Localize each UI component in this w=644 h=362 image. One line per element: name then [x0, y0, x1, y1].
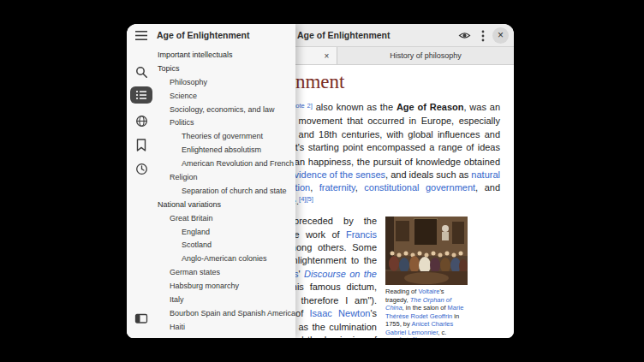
text-span: , — [355, 182, 365, 193]
eye-icon — [458, 31, 471, 40]
sidebar-rail — [127, 24, 155, 338]
toc-item[interactable]: Sociology, economics, and law — [155, 103, 295, 116]
text-span: Reading of — [385, 288, 418, 295]
languages-button[interactable] — [130, 110, 152, 131]
toc-item[interactable]: Topics — [155, 62, 295, 75]
toc-item[interactable]: Religion — [155, 170, 295, 184]
text-span: , in the salon of — [402, 304, 448, 312]
text-span: , and ideals such as — [385, 169, 471, 180]
search-button[interactable] — [130, 62, 152, 82]
toc-item[interactable]: Philosophy — [155, 75, 295, 89]
hamburger-icon — [135, 31, 147, 40]
toc-item[interactable]: Habsburg monarchy — [155, 279, 295, 293]
text-span: , and — [475, 182, 500, 193]
toc-title: Age of Enlightenment — [157, 30, 250, 40]
toc-item[interactable]: Haiti — [155, 320, 295, 334]
article-link[interactable]: Voltaire — [418, 288, 439, 295]
tab-history-of-philosophy[interactable]: History of philosophy — [337, 47, 514, 64]
window-title: Age of Enlightenment — [297, 30, 391, 40]
toc-panel: Age of Enlightenment Important intellect… — [155, 24, 295, 338]
article-link[interactable]: constitutional government — [364, 182, 475, 193]
toc-item[interactable]: German states — [155, 265, 295, 279]
toc-item[interactable]: National variations — [155, 198, 295, 211]
reference-link[interactable]: [note 1] — [400, 336, 417, 338]
tab-close-button[interactable]: × — [321, 50, 332, 62]
article-link[interactable]: Isaac Newton — [310, 308, 371, 318]
sidebar-toggle-button[interactable] — [130, 308, 152, 329]
toc-item[interactable]: Theories of government — [155, 129, 295, 143]
clock-icon — [135, 163, 148, 175]
text-span: Age of Reason — [397, 102, 464, 112]
toc-list: Important intellectualsTopicsPhilosophyS… — [155, 48, 295, 334]
toc-item[interactable]: Enlightened absolutism — [155, 143, 295, 157]
toc-item[interactable]: Scotland — [155, 238, 295, 252]
hamburger-menu-button[interactable] — [130, 25, 152, 45]
toc-item[interactable]: Science — [155, 89, 295, 103]
toc-item[interactable]: Politics — [155, 116, 295, 129]
figure-caption: Reading of Voltaire's tragedy, The Orpha… — [385, 288, 468, 338]
toc-item[interactable]: England — [155, 225, 295, 239]
main-menu-button[interactable] — [474, 27, 491, 44]
text-span: 's — [370, 308, 377, 318]
close-icon: × — [498, 30, 504, 40]
sidebar-panel-icon — [134, 312, 148, 325]
toc-item[interactable]: Separation of church and state — [155, 184, 295, 198]
list-icon — [135, 89, 147, 101]
history-button[interactable] — [130, 158, 152, 179]
toc-item[interactable]: Great Britain — [155, 211, 295, 225]
toc-item[interactable]: Anglo-American colonies — [155, 252, 295, 265]
globe-icon — [135, 115, 148, 128]
toc-item[interactable]: Italy — [155, 293, 295, 306]
toc-item[interactable]: Bourbon Spain and Spanish America — [155, 306, 295, 320]
article-figure: Reading of Voltaire's tragedy, The Orpha… — [385, 217, 468, 338]
tab-label: History of philosophy — [390, 51, 462, 60]
text-span: , — [310, 182, 319, 193]
bookmarks-button[interactable] — [130, 134, 152, 155]
toc-item[interactable]: American Revolution and French Revolutio… — [155, 157, 295, 170]
search-icon — [135, 66, 148, 79]
toc-item[interactable]: Important intellectuals — [155, 48, 295, 62]
toc-sidebar: Age of Enlightenment Important intellect… — [127, 24, 295, 338]
kebab-menu-icon — [481, 30, 485, 42]
reference-link[interactable]: [4][5] — [299, 195, 313, 203]
toc-button[interactable] — [130, 86, 152, 104]
close-window-button[interactable]: × — [492, 27, 509, 44]
bookmark-icon — [136, 139, 146, 151]
article-link[interactable]: fraternity — [319, 182, 355, 193]
article-image[interactable] — [385, 217, 468, 285]
text-span: also known as the — [313, 102, 397, 112]
reader-view-button[interactable] — [456, 27, 473, 44]
